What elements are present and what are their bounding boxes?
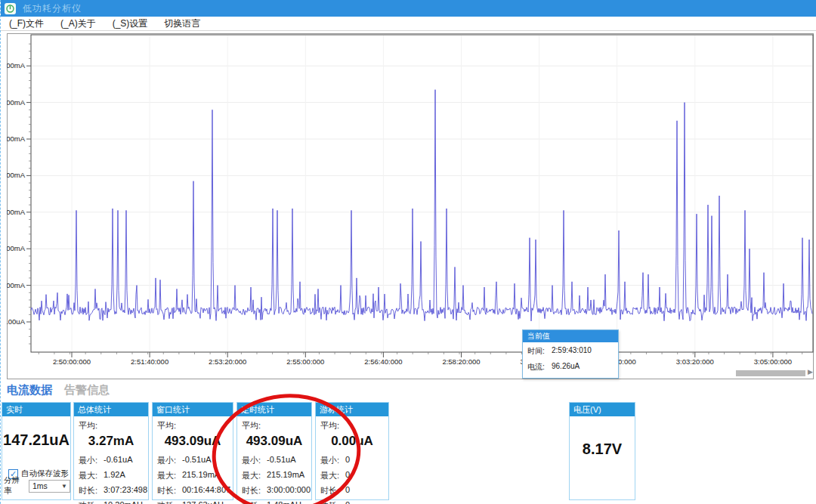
stat-value: 3:00:00:000 (267, 485, 311, 496)
stat-label: 最小: (242, 455, 267, 466)
stat-row-min: 最小:-0.61uA (74, 453, 148, 468)
stat-row-energy: 功耗:1.48mAH (237, 498, 311, 504)
timed-stats-panel: 定时统计 平均: 493.09uA 最小:-0.51uA 最大:215.19mA… (236, 402, 312, 500)
svg-text:2:53:20:000: 2:53:20:000 (209, 357, 246, 366)
voltage-panel: 电压(V) 8.17V (569, 402, 635, 500)
tooltip-current-label: 电流: (527, 362, 552, 373)
resolution-row: 分辨率 1ms ▼ (4, 475, 70, 496)
menu-item-about[interactable]: (_A)关于 (52, 17, 104, 31)
bottom-tab-bar: 电流数据 告警信息 (7, 383, 110, 397)
stat-label: 最小: (320, 455, 345, 466)
stat-value: 0 (345, 485, 350, 496)
chevron-down-icon: ▼ (61, 483, 67, 490)
tooltip-time-value: 2:59:43:010 (552, 346, 592, 357)
stat-value: -0.51uA (182, 455, 212, 466)
stat-value: 00:16:44:807 (182, 485, 230, 496)
stat-row-max: 最大:1.92A (74, 468, 148, 483)
stat-row-min: 最小:-0.51uA (237, 453, 311, 468)
stat-value: -0.51uA (267, 455, 296, 466)
stat-label: 功耗: (79, 500, 104, 504)
stat-label: 最小: (157, 455, 182, 466)
current-waveform-svg[interactable]: 7.00mA6.00mA5.00mA4.00mA3.00mA2.00mA1.00… (7, 33, 814, 379)
tooltip-time-label: 时间: (527, 346, 552, 357)
stat-row-max: 最大:0 (316, 468, 388, 483)
chart-horizontal-scrollbar-thumb[interactable] (736, 370, 805, 376)
avg-label: 平均: (316, 416, 388, 431)
timed-stat-rows: 最小:-0.51uA 最大:215.19mA 时长:3:00:00:000 功耗… (237, 453, 311, 504)
svg-text:3.00mA: 3.00mA (7, 208, 26, 216)
menu-item-settings[interactable]: (_S)设置 (104, 17, 156, 31)
overall-avg-value: 3.27mA (74, 434, 148, 449)
stat-value: 1.48mAH (267, 500, 301, 504)
stat-row-min: 最小:0 (316, 453, 388, 468)
window-title: 低功耗分析仪 (23, 2, 82, 15)
realtime-current-value: 147.21uA (2, 431, 70, 449)
app-window: 低功耗分析仪 (_F)文件 (_A)关于 (_S)设置 切换语言 7.00mA6… (0, 0, 816, 504)
stat-value: 10.20mAH (104, 500, 143, 504)
stat-label: 功耗: (320, 500, 345, 504)
avg-label: 平均: (237, 416, 311, 431)
window-stats-title: 窗口统计 (153, 403, 233, 416)
stat-value: 3:07:23:498 (104, 485, 147, 496)
stat-value: 0 (345, 500, 350, 504)
stat-label: 时长: (242, 485, 267, 496)
tab-current-data[interactable]: 电流数据 (7, 383, 52, 397)
tab-alarm-info[interactable]: 告警信息 (64, 383, 110, 397)
svg-text:1.00mA: 1.00mA (7, 281, 26, 289)
realtime-panel: 实时 147.21uA ✓ 自动保存波形 分辨率 1ms ▼ (2, 402, 71, 500)
svg-text:0.00uA: 0.00uA (7, 317, 26, 326)
stat-row-energy: 功耗:10.20mAH (74, 498, 148, 504)
menu-item-language[interactable]: 切换语言 (156, 17, 209, 31)
voltage-panel-title: 电压(V) (570, 403, 635, 416)
stat-row-energy: 功耗:0 (316, 498, 388, 504)
stat-value: 0 (345, 470, 350, 481)
cursor-stats-panel: 游标统计 平均: 0.00uA 最小:0 最大:0 时长:0 功耗:0 (315, 402, 389, 500)
svg-text:2:50:00:000: 2:50:00:000 (53, 357, 91, 366)
overall-stats-panel: 总体统计 平均: 3.27mA 最小:-0.61uA 最大:1.92A 时长:3… (73, 402, 149, 500)
svg-text:7.00mA: 7.00mA (7, 61, 26, 70)
svg-text:2:56:40:000: 2:56:40:000 (364, 357, 402, 366)
stat-value: -0.61uA (104, 455, 133, 466)
tooltip-title: 当前值 (523, 330, 618, 342)
avg-label: 平均: (153, 416, 233, 431)
svg-text:3:05:00:000: 3:05:00:000 (754, 357, 792, 366)
avg-label: 平均: (74, 416, 148, 431)
voltage-value: 8.17V (570, 441, 635, 458)
stat-row-duration: 时长:3:07:23:498 (74, 483, 148, 498)
resolution-label: 分辨率 (4, 475, 27, 496)
stat-value: 137.63uAH (182, 500, 224, 504)
menu-bar: (_F)文件 (_A)关于 (_S)设置 切换语言 (1, 17, 816, 31)
timed-avg-value: 493.09uA (237, 434, 311, 449)
svg-text:5.00mA: 5.00mA (7, 135, 26, 143)
svg-text:2.00mA: 2.00mA (7, 244, 26, 252)
stat-value: 215.19mA (182, 470, 220, 481)
stat-label: 最大: (157, 470, 182, 481)
svg-text:2:55:00:000: 2:55:00:000 (286, 357, 324, 366)
tooltip-current-value: 96.26uA (552, 362, 580, 373)
stat-label: 最小: (79, 455, 104, 466)
scrollbar-right-arrow-icon[interactable]: ▶ (808, 368, 813, 376)
overall-stats-title: 总体统计 (74, 403, 148, 416)
tooltip-current-row: 电流: 96.26uA (523, 358, 618, 378)
timed-stats-title: 定时统计 (237, 403, 311, 416)
stat-row-max: 最大:215.19mA (153, 468, 233, 483)
stat-row-energy: 功耗:137.63uAH (153, 498, 233, 504)
stat-row-duration: 时长:3:00:00:000 (237, 483, 311, 498)
cursor-value-tooltip: 当前值 时间: 2:59:43:010 电流: 96.26uA (522, 329, 619, 379)
overall-stat-rows: 最小:-0.61uA 最大:1.92A 时长:3:07:23:498 功耗:10… (74, 453, 148, 504)
svg-text:2:51:40:000: 2:51:40:000 (131, 357, 168, 366)
stat-row-duration: 时长:0 (316, 483, 388, 498)
stat-label: 功耗: (157, 500, 182, 504)
window-stat-rows: 最小:-0.51uA 最大:215.19mA 时长:00:16:44:807 功… (153, 453, 233, 504)
menu-item-file[interactable]: (_F)文件 (1, 17, 52, 31)
cursor-stats-title: 游标统计 (316, 403, 388, 416)
stat-row-min: 最小:-0.51uA (153, 453, 233, 468)
resolution-select[interactable]: 1ms ▼ (29, 480, 70, 493)
window-avg-value: 493.09uA (153, 434, 233, 449)
cursor-stat-rows: 最小:0 最大:0 时长:0 功耗:0 (316, 453, 388, 504)
svg-text:6.00mA: 6.00mA (7, 98, 26, 107)
realtime-panel-title: 实时 (2, 403, 70, 416)
tooltip-time-row: 时间: 2:59:43:010 (523, 342, 618, 358)
resolution-selected-value: 1ms (32, 481, 48, 490)
stat-label: 时长: (320, 485, 345, 496)
